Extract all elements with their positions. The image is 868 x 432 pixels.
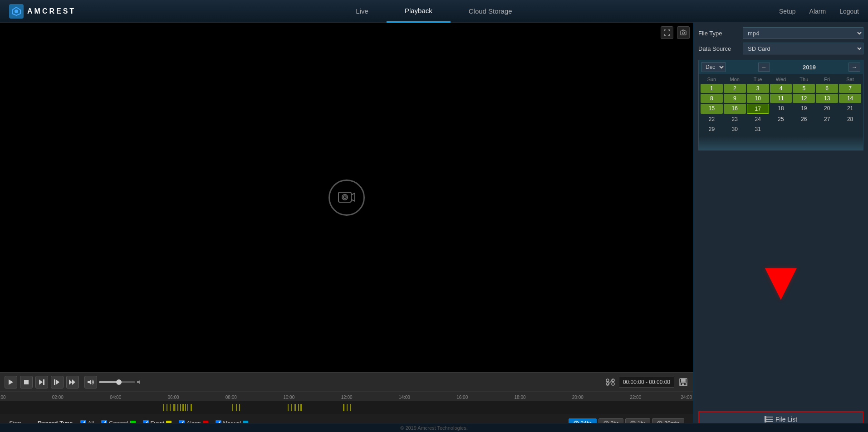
calendar-week-5: 29 30 31: [701, 125, 861, 134]
fast-forward-button[interactable]: [66, 376, 79, 388]
skip-forward-button[interactable]: [51, 376, 64, 388]
cal-day-19[interactable]: 19: [793, 104, 815, 114]
day-header-tue: Tue: [747, 76, 769, 83]
cal-day-empty-3: [816, 125, 838, 134]
stop-button[interactable]: [20, 376, 33, 388]
cal-day-2[interactable]: 2: [724, 84, 746, 93]
logo-text: AMCREST: [27, 7, 76, 15]
volume-button[interactable]: [84, 376, 97, 388]
nav-live[interactable]: Live: [338, 0, 387, 23]
day-header-mon: Mon: [724, 76, 746, 83]
nav-alarm[interactable]: Alarm: [809, 8, 826, 15]
svg-point-18: [612, 383, 614, 385]
data-source-select[interactable]: SD Card Cloud: [743, 43, 863, 54]
nav-logout[interactable]: Logout: [839, 8, 859, 15]
cal-day-empty-1: [770, 125, 792, 134]
file-type-select[interactable]: mp4 dav: [743, 27, 863, 39]
big-arrow-area: ▼: [698, 150, 863, 409]
cal-day-9[interactable]: 9: [724, 94, 746, 103]
play-button[interactable]: [5, 376, 17, 388]
svg-rect-4: [338, 192, 351, 202]
nav-right: Setup Alarm Logout: [779, 8, 859, 15]
day-header-wed: Wed: [770, 76, 792, 83]
cal-day-8[interactable]: 8: [701, 94, 723, 103]
cal-day-25[interactable]: 25: [770, 115, 792, 124]
prev-month-button[interactable]: ←: [758, 63, 770, 72]
svg-marker-7: [9, 379, 13, 385]
cal-day-15[interactable]: 15: [701, 104, 723, 114]
cal-day-20[interactable]: 20: [816, 104, 838, 114]
svg-marker-14: [72, 379, 75, 385]
calendar-week-4: 22 23 24 25 26 27 28: [701, 115, 861, 124]
calendar-grid: Sun Mon Tue Wed Thu Fri Sat 1 2 3 4 5 6 …: [699, 74, 863, 136]
cal-day-18[interactable]: 18: [770, 104, 792, 114]
footer-text: © 2019 Amcrest Technologies.: [400, 425, 468, 431]
cal-day-7[interactable]: 7: [839, 84, 861, 93]
cal-day-27[interactable]: 27: [816, 115, 838, 124]
cal-day-17[interactable]: 17: [747, 104, 769, 114]
cal-day-26[interactable]: 26: [793, 115, 815, 124]
cal-day-13[interactable]: 13: [816, 94, 838, 103]
calendar-week-2: 8 9 10 11 12 13 14: [701, 94, 861, 103]
timeline-track[interactable]: [0, 401, 693, 414]
big-arrow-icon: ▼: [754, 253, 808, 307]
cal-day-11[interactable]: 11: [770, 94, 792, 103]
file-list-icon: [765, 416, 773, 422]
ctrl-right: 00:00:00 - 00:00:00: [605, 377, 689, 388]
snapshot-button[interactable]: [677, 26, 690, 39]
logo-area: AMCREST: [0, 4, 85, 19]
svg-rect-10: [43, 379, 44, 385]
cal-day-1[interactable]: 1: [701, 84, 723, 93]
right-panel: File Type mp4 dav Data Source SD Card Cl…: [693, 23, 868, 432]
cal-day-31[interactable]: 31: [747, 125, 769, 134]
cal-day-30[interactable]: 30: [724, 125, 746, 134]
cal-day-4[interactable]: 4: [770, 84, 792, 93]
nav-cloud-storage[interactable]: Cloud Storage: [451, 0, 530, 23]
save-button[interactable]: [678, 377, 689, 388]
cal-day-empty-2: [793, 125, 815, 134]
cal-day-12[interactable]: 12: [793, 94, 815, 103]
file-type-label: File Type: [698, 30, 739, 37]
svg-point-5: [342, 194, 348, 200]
cal-day-16[interactable]: 16: [724, 104, 746, 114]
file-list-label: File List: [775, 416, 797, 423]
calendar-week-3: 15 16 17 18 19 20 21: [701, 104, 861, 114]
svg-rect-22: [681, 379, 686, 382]
logo-icon: [9, 4, 24, 19]
data-source-row: Data Source SD Card Cloud: [698, 43, 863, 54]
cal-day-14[interactable]: 14: [839, 94, 861, 103]
cal-day-empty-4: [839, 125, 861, 134]
next-month-button[interactable]: →: [848, 63, 860, 72]
cal-day-23[interactable]: 23: [724, 115, 746, 124]
cal-day-5[interactable]: 5: [793, 84, 815, 93]
nav-center: Live Playback Cloud Storage: [338, 0, 530, 23]
cal-day-24[interactable]: 24: [747, 115, 769, 124]
cal-day-22[interactable]: 22: [701, 115, 723, 124]
step-forward-button[interactable]: [35, 376, 48, 388]
timeline-area[interactable]: 00:00 02:00 04:00 06:00 08:00 10:00 12:0…: [0, 391, 693, 414]
svg-marker-12: [56, 379, 59, 385]
video-player: [0, 23, 693, 372]
main-area: 00:00:00 - 00:00:00 00:00 02:00 04:00 06…: [0, 23, 868, 432]
cal-day-29[interactable]: 29: [701, 125, 723, 134]
cal-day-10[interactable]: 10: [747, 94, 769, 103]
svg-marker-16: [137, 380, 140, 384]
video-section: 00:00:00 - 00:00:00 00:00 02:00 04:00 06…: [0, 23, 693, 432]
day-headers-row: Sun Mon Tue Wed Thu Fri Sat: [701, 76, 861, 83]
data-source-label: Data Source: [698, 45, 739, 52]
top-right-icons: [661, 26, 690, 39]
controls-bar: 00:00:00 - 00:00:00: [0, 372, 693, 391]
month-select[interactable]: JanFebMar AprMayJun JulAugSep OctNovDec: [701, 62, 726, 72]
cal-day-28[interactable]: 28: [839, 115, 861, 124]
cal-day-3[interactable]: 3: [747, 84, 769, 93]
volume-slider[interactable]: [99, 381, 135, 383]
svg-rect-24: [682, 383, 684, 385]
nav-setup[interactable]: Setup: [779, 8, 796, 15]
cal-day-6[interactable]: 6: [816, 84, 838, 93]
day-header-sun: Sun: [701, 76, 723, 83]
clip-icon[interactable]: [605, 377, 615, 387]
nav-playback[interactable]: Playback: [387, 0, 451, 23]
svg-rect-8: [24, 380, 29, 384]
fullscreen-button[interactable]: [661, 26, 673, 39]
cal-day-21[interactable]: 21: [839, 104, 861, 114]
